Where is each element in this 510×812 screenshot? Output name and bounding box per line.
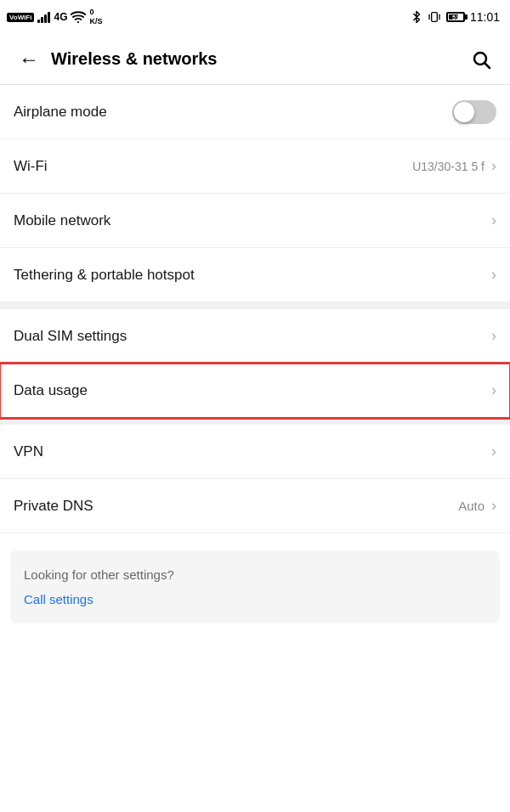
status-bar: VoWiFi 4G 0 K/S bbox=[0, 0, 510, 34]
status-bar-right: 51 11:01 bbox=[411, 9, 500, 25]
data-usage-chevron-icon: › bbox=[491, 381, 496, 399]
back-arrow-icon: ← bbox=[19, 48, 39, 71]
wifi-item[interactable]: Wi-Fi U13/30-31 5 f › bbox=[0, 139, 510, 194]
status-bar-left: VoWiFi 4G 0 K/S bbox=[7, 8, 102, 26]
search-button[interactable] bbox=[466, 44, 496, 75]
menu-section-3: VPN › Private DNS Auto › bbox=[0, 425, 510, 533]
mobile-network-item[interactable]: Mobile network › bbox=[0, 194, 510, 248]
private-dns-label: Private DNS bbox=[14, 498, 94, 515]
vpn-item[interactable]: VPN › bbox=[0, 425, 510, 479]
menu-section-2: Dual SIM settings › Data usage › bbox=[0, 309, 510, 418]
data-unit: K/S bbox=[89, 17, 102, 26]
private-dns-right: Auto › bbox=[458, 497, 496, 515]
dual-sim-label: Dual SIM settings bbox=[14, 328, 127, 345]
dual-sim-right: › bbox=[488, 327, 496, 345]
data-usage-item[interactable]: Data usage › bbox=[0, 364, 510, 418]
signal-bar-2 bbox=[41, 17, 43, 23]
vowifi-badge: VoWiFi bbox=[7, 13, 34, 22]
call-settings-link[interactable]: Call settings bbox=[24, 592, 486, 606]
signal-bar-4 bbox=[48, 12, 50, 23]
tethering-label: Tethering & portable hotspot bbox=[14, 267, 195, 284]
private-dns-chevron-icon: › bbox=[491, 497, 496, 515]
card-text: Looking for other settings? bbox=[24, 567, 486, 582]
private-dns-value: Auto bbox=[458, 499, 484, 513]
signal-bar-3 bbox=[44, 14, 47, 23]
wifi-icon bbox=[71, 11, 86, 23]
airplane-mode-item[interactable]: Airplane mode bbox=[0, 85, 510, 139]
signal-bar-1 bbox=[37, 20, 40, 23]
airplane-mode-toggle[interactable] bbox=[452, 100, 496, 124]
tethering-item[interactable]: Tethering & portable hotspot › bbox=[0, 248, 510, 302]
wifi-chevron-icon: › bbox=[491, 157, 496, 175]
private-dns-item[interactable]: Private DNS Auto › bbox=[0, 479, 510, 533]
svg-point-0 bbox=[77, 21, 79, 23]
vpn-label: VPN bbox=[14, 443, 43, 460]
toggle-knob bbox=[454, 102, 474, 122]
mobile-network-right: › bbox=[488, 211, 496, 229]
wifi-value: U13/30-31 5 f bbox=[412, 160, 484, 173]
time-display: 11:01 bbox=[470, 10, 500, 24]
mobile-network-chevron-icon: › bbox=[491, 211, 496, 229]
signal-bars bbox=[37, 11, 50, 23]
dual-sim-item[interactable]: Dual SIM settings › bbox=[0, 309, 510, 364]
mobile-network-label: Mobile network bbox=[14, 212, 110, 229]
data-usage-right: › bbox=[488, 381, 496, 399]
header: ← Wireless & networks bbox=[0, 34, 510, 85]
wifi-right: U13/30-31 5 f › bbox=[412, 157, 496, 175]
svg-line-5 bbox=[485, 63, 490, 68]
section-divider-1 bbox=[0, 302, 510, 309]
tethering-right: › bbox=[488, 266, 496, 284]
vibrate-icon bbox=[428, 10, 441, 24]
vpn-chevron-icon: › bbox=[491, 443, 496, 460]
data-up: 0 bbox=[89, 8, 102, 17]
bottom-card: Looking for other settings? Call setting… bbox=[10, 550, 500, 623]
section-divider-2 bbox=[0, 418, 510, 425]
data-usage-label: Data usage bbox=[14, 382, 88, 399]
wifi-label: Wi-Fi bbox=[14, 158, 48, 175]
search-icon bbox=[471, 49, 491, 70]
airplane-mode-label: Airplane mode bbox=[14, 104, 107, 121]
svg-rect-1 bbox=[432, 13, 438, 22]
menu-section-1: Airplane mode Wi-Fi U13/30-31 5 f › Mobi… bbox=[0, 85, 510, 302]
dual-sim-chevron-icon: › bbox=[491, 327, 496, 345]
signal-type: 4G bbox=[54, 11, 67, 23]
page-title: Wireless & networks bbox=[51, 49, 466, 69]
data-speed: 0 K/S bbox=[89, 8, 102, 26]
airplane-mode-right bbox=[452, 100, 496, 124]
bluetooth-icon bbox=[411, 9, 422, 25]
back-button[interactable]: ← bbox=[14, 44, 44, 75]
vpn-right: › bbox=[488, 443, 496, 460]
tethering-chevron-icon: › bbox=[491, 266, 496, 284]
battery-icon: 51 bbox=[446, 12, 465, 22]
